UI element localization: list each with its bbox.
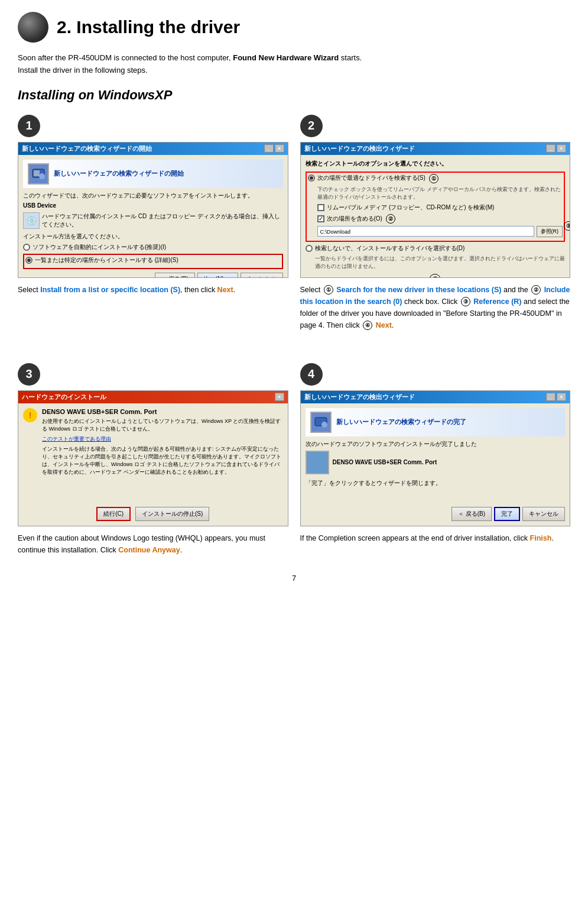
step1-back-button[interactable]: ＜ 戻る(B) (155, 273, 195, 278)
step3-warning-icon: ! (23, 408, 37, 422)
step2-check1-row: リムーバブル メディア (フロッピー、CD-ROM など) を検索(M) (317, 203, 563, 212)
step3-close-btn[interactable]: × (275, 393, 284, 401)
step2-check2-label: 次の場所を含める(O) (327, 215, 382, 223)
step1-wizard-title: 新しいハードウェアの検索ウィザードの開始 (54, 169, 184, 178)
step2-path-value: C:\Download (319, 227, 532, 237)
step2-path-input[interactable]: C:\Download (317, 226, 534, 237)
svg-point-4 (321, 422, 327, 428)
intro-paragraph: Soon after the PR-450UDM is connected to… (18, 52, 570, 77)
step4-complete-title: 新しいハードウェアの検索ウィザードの完了 (336, 418, 466, 426)
step2-browse-container: 参照(R) ③ (537, 226, 563, 237)
step2-radio1-label: 次の場所で最適なドライバを検索する(S) (317, 174, 425, 182)
step1-install-ask: インストール方法を選んでください。 (23, 232, 283, 241)
intro-text2: starts. (339, 53, 362, 62)
step2-radio2-label: 検索しないで、インストールするドライバを選択する(D) (315, 244, 465, 253)
step2-search-label: Search for the new driver in these locat… (336, 286, 501, 294)
step1-next-button[interactable]: 次へ(N) ＞ (197, 273, 238, 278)
step2-dialog-title: 新しいハードウェアの検出ウィザード (304, 144, 415, 153)
step2-reference-label: Reference (R) (473, 297, 521, 306)
step2-radio2: 検索しないで、インストールするドライバを選択する(D) (306, 244, 566, 253)
step1-dialog-titlebar: 新しいハードウェアの検索ウィザードの開始 _ × (18, 143, 288, 155)
step2-description: Select ① Search for the new driver in th… (300, 284, 571, 331)
step4-dialog-title: 新しいハードウェアの検出ウィザード (304, 393, 415, 402)
step1-desc-before: Select (18, 286, 40, 294)
step2-desc-circle2: ② (531, 285, 541, 295)
step3-dialog-titlebar: ハードウェアのインストール × (18, 391, 288, 403)
step2-minimize-btn[interactable]: _ (546, 144, 555, 153)
svg-rect-1 (34, 170, 40, 176)
step4-wizard-icon (310, 412, 332, 433)
step1-header-strip: 新しいハードウェアの検索ウィザードの開始 (23, 160, 283, 188)
step1-auto-option: ソフトウェアを自動的にインストールする(推奨)(I) (23, 243, 283, 251)
step4-highlight: Finish (530, 534, 552, 542)
step2-col: 2 新しいハードウェアの検出ウィザード _ × 検索とインストールのオプションを… (300, 115, 571, 331)
spacer-1 (18, 345, 570, 363)
step1-cd-icon: 💿 (23, 212, 40, 229)
step1-body-text: このウィザードでは、次のハードウェアに必要なソフトウェアをインストールします。 (23, 192, 283, 200)
step3-stop-button[interactable]: インストールの停止(S) (135, 507, 209, 521)
step2-radio2-btn[interactable] (306, 245, 313, 252)
step2-dialog-titlebar: 新しいハードウェアの検出ウィザード _ × (301, 143, 570, 155)
step2-browse-button[interactable]: 参照(R) (537, 226, 563, 237)
step3-caution-text: DENSO WAVE USB+SER Comm. Port お使用するためにイン… (42, 408, 283, 476)
step4-back-button[interactable]: ＜ 戻る(B) (451, 507, 492, 521)
step2-number: 2 (300, 115, 323, 137)
step1-wizard-icon (28, 163, 49, 185)
step4-minimize-btn[interactable]: _ (546, 393, 555, 401)
step2-check2[interactable] (317, 215, 324, 222)
step3-number: 3 (18, 363, 40, 386)
step2-check1-label: リムーバブル メディア (フロッピー、CD-ROM など) を検索(M) (327, 203, 495, 212)
svg-point-2 (39, 173, 45, 179)
step4-close-btn[interactable]: × (557, 393, 566, 401)
step3-dialog: ハードウェアのインストール × ! DENSO WAVE USB+SER Com… (18, 391, 288, 526)
step4-screenshot: 新しいハードウェアの検出ウィザード _ × 新しいハードウェアの検索ウィザードの… (300, 390, 571, 526)
step4-description: If the Completion screen appears at the … (300, 532, 571, 544)
step4-footer: ＜ 戻る(B) 完了 キャンセル (306, 503, 566, 521)
step2-desc-circle4: ④ (363, 321, 372, 330)
step2-circle3: ③ (564, 221, 570, 231)
step1-footer: ＜ 戻る(B) 次へ(N) ＞ キャンセル (23, 269, 283, 278)
step2-close-btn[interactable]: × (557, 144, 566, 153)
step1-next-label: Next (217, 286, 233, 294)
step2-desc-circle1: ① (324, 285, 333, 295)
step1-close-btn[interactable]: × (275, 144, 284, 153)
step1-manual-radio[interactable] (25, 257, 33, 264)
step4-cancel-button[interactable]: キャンセル (522, 507, 565, 521)
step3-link[interactable]: このテストが重要である理由 (42, 436, 111, 442)
step4-device-name: DENSO WAVE USB+SER Comm. Port (333, 459, 437, 465)
step1-cd-row: 💿 ハードウェアに付属のインストール CD またはフロッピー ディスクがある場合… (23, 212, 283, 229)
step1-screenshot: 新しいハードウェアの検索ウィザードの開始 _ × 新しいハードウェアの検索ウィザ… (18, 142, 288, 278)
step2-win-buttons: _ × (546, 144, 566, 153)
step3-continue-button[interactable]: 続行(C) (96, 507, 131, 521)
step2-dialog-body: 検索とインストールのオプションを選んでください。 次の場所で最適なドライバを検索… (301, 155, 570, 278)
step2-circle4: ④ (429, 274, 441, 278)
step2-circle1: ① (429, 174, 438, 183)
step3-warning-text: お使用するためにインストールしようとしているソフトウェアは、Windows XP… (42, 418, 283, 433)
step1-desc-highlight: Install from a list or specific location… (40, 286, 180, 294)
step3-highlight: Continue Anyway (118, 546, 180, 554)
section-title: Installing on WindowsXP (18, 88, 570, 103)
step4-number: 4 (300, 363, 323, 386)
step3-body: ! DENSO WAVE USB+SER Comm. Port お使用するために… (18, 403, 288, 526)
step4-finish-button[interactable]: 完了 (494, 507, 520, 521)
step4-wizard-title-block: 新しいハードウェアの検索ウィザードの完了 (336, 418, 466, 426)
step2-radio1-btn[interactable] (308, 174, 315, 182)
step1-minimize-btn[interactable]: _ (264, 144, 274, 153)
step2-circle4-container: ④ (306, 274, 566, 278)
step3-body-text: インストールを続ける場合、次のような問題が起きる可能性があります: システムが不… (42, 445, 283, 476)
step4-col: 4 新しいハードウェアの検出ウィザード _ × (300, 363, 571, 556)
steps-row-2: 3 ハードウェアのインストール × ! DENSO WAVE USB+SER C… (18, 363, 570, 556)
step2-radio2-detail: 一覧からドライバを選択するには、このオプションを選びます。選択されたドライバはハ… (315, 255, 566, 270)
step1-auto-radio[interactable] (23, 244, 30, 251)
step2-radio1: 次の場所で最適なドライバを検索する(S) ① (308, 174, 563, 183)
step4-header-strip: 新しいハードウェアの検索ウィザードの完了 (306, 408, 566, 436)
step2-check1[interactable] (317, 204, 324, 211)
step2-input-row: C:\Download 参照(R) ③ (317, 226, 563, 237)
steps-row-1: 1 新しいハードウェアの検索ウィザードの開始 _ × (18, 115, 570, 331)
step4-dialog-body: 新しいハードウェアの検索ウィザードの完了 次のハードウェアのソフトウェアのインス… (301, 403, 570, 526)
step2-subtitle: 検索とインストールのオプションを選んでください。 (306, 160, 566, 168)
step4-dialog: 新しいハードウェアの検出ウィザード _ × 新しいハードウェアの検索ウィザードの… (301, 391, 570, 526)
step1-cancel-button[interactable]: キャンセル (241, 273, 283, 278)
step2-radio1-container: 次の場所で最適なドライバを検索する(S) ① 下のチェック ボックスを使ってリム… (306, 172, 566, 242)
step2-dialog: 新しいハードウェアの検出ウィザード _ × 検索とインストールのオプションを選ん… (301, 143, 570, 277)
